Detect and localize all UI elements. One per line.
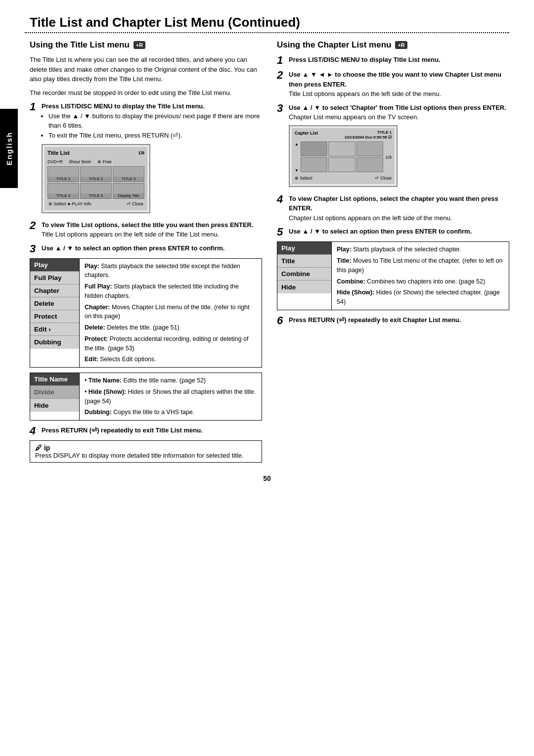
desc-protect: Protect: Protects accidental recording, … — [85, 334, 257, 353]
menu-item-protect[interactable]: Protect — [30, 310, 79, 323]
right-section-header: Using the Chapter List menu +R — [277, 40, 509, 50]
chapter-cell-4 — [301, 157, 327, 172]
menu-item-title-name[interactable]: Title Name — [30, 373, 79, 386]
sidebar-text: English — [5, 132, 13, 165]
right-step-2-text: Use ▲ ▼ ◄ ► to choose the title you want… — [289, 71, 501, 88]
right-step-6-text: Press RETURN (⏎) repeatedly to exit Chap… — [289, 316, 461, 324]
desc-play: Play: Starts playback the selected title… — [85, 262, 257, 281]
screen-page: 1/8 — [138, 150, 144, 157]
right-step-3-sub: Chapter List menu appears on the TV scre… — [289, 113, 419, 121]
menu-item-dubbing[interactable]: Dubbing — [30, 336, 79, 349]
cell-label-2: TITLE 2 — [89, 177, 103, 182]
screen-free: ⊕ Free — [97, 159, 112, 164]
tip-text: Press DISPLAY to display more detailed t… — [35, 452, 257, 459]
right-step-3: 3 Use ▲ / ▼ to select 'Chapter' from Tit… — [277, 103, 509, 190]
chapter-content-area: ▲ ▼ — [295, 142, 392, 174]
right-step-1: 1 Press LIST/DISC MENU to display Title … — [277, 55, 509, 66]
chapter-cell-3 — [356, 142, 384, 156]
menu-labels-bottom: Title Name Divide Hide — [30, 373, 80, 420]
screen-cell-3: TITLE 3 — [113, 166, 144, 182]
step-1-title: Press LIST/DISC MENU to display the Titl… — [42, 102, 205, 110]
right-menu-item-hide[interactable]: Hide — [277, 281, 331, 293]
chapter-footer: ⊕ Select ⏎ Close — [295, 175, 392, 182]
right-step-2-sub: Title List options appears on the left s… — [289, 90, 441, 97]
menu-item-divide[interactable]: Divide — [30, 386, 79, 399]
sidebar-english-label: English — [0, 109, 18, 188]
arrow-down: ▼ — [295, 168, 299, 174]
screen-cell-2: TITLE 2 — [80, 166, 112, 182]
menu-item-edit[interactable]: Edit › — [30, 323, 79, 336]
chapter-title-left: Capter List — [295, 130, 318, 141]
desc-chapter: Chapter: Moves Chapter List menu of the … — [85, 303, 257, 322]
right-step-3-content: Use ▲ / ▼ to select 'Chapter' from Title… — [289, 103, 509, 190]
right-step-2-content: Use ▲ ▼ ◄ ► to choose the title you want… — [289, 70, 509, 99]
menu-item-hide-left[interactable]: Hide — [30, 399, 79, 412]
screen-hour: 0hour 8min — [69, 159, 91, 164]
desc-delete: Delete: Deletes the title. (page 51) — [85, 323, 257, 332]
screen-title-bar: Title List 1/8 — [47, 149, 144, 157]
page-number: 50 — [25, 474, 509, 482]
right-column: Using the Chapter List menu +R 1 Press L… — [277, 40, 509, 467]
right-step-num-6: 6 — [277, 315, 286, 326]
left-step-2: 2 To view Title List options, select the… — [30, 220, 262, 239]
cell-label-5: TITLE 5 — [89, 193, 103, 198]
right-step-6-content: Press RETURN (⏎) repeatedly to exit Chap… — [289, 315, 509, 325]
step-1-bullets: Use the ▲ / ▼ buttons to display the pre… — [48, 111, 262, 141]
step-num-1: 1 — [30, 101, 39, 112]
screen-dvd-label: DVD+R — [47, 159, 63, 164]
right-step-1-text: Press LIST/DISC MENU to display Title Li… — [289, 56, 441, 63]
right-desc-play: Play: Starts playback of the selected ch… — [337, 245, 504, 254]
cell-label-6: Display Title — [118, 193, 139, 198]
chapter-cell-6 — [356, 157, 384, 172]
screen-grid: TITLE 1 TITLE 2 TITLE 3 — [47, 166, 144, 199]
chapter-title-right: TITLE 110/13/2004 Dur:0:50:55 ☑ — [345, 130, 392, 141]
right-step-5: 5 Use ▲ / ▼ to select an option then pre… — [277, 227, 509, 237]
chapter-list-screen: Capter List TITLE 110/13/2004 Dur:0:50:5… — [289, 125, 398, 187]
chapter-footer-right: ⏎ Close — [375, 175, 392, 182]
right-step-5-text: Use ▲ / ▼ to select an option then press… — [289, 228, 472, 235]
menu-item-full-play[interactable]: Full Play — [30, 272, 79, 284]
left-intro-text2: The recorder must be stopped in order to… — [30, 88, 262, 98]
right-menu-item-combine[interactable]: Combine — [277, 268, 331, 281]
right-desc-hide: Hide (Show): Hides (or Shows) the select… — [337, 288, 504, 307]
chapter-screen-inner: Capter List TITLE 110/13/2004 Dur:0:50:5… — [292, 128, 395, 184]
step-1-content: Press LIST/DISC MENU to display the Titl… — [42, 101, 262, 216]
screen-cell-4: TITLE 4 — [47, 183, 79, 199]
right-menu-item-title[interactable]: Title — [277, 255, 331, 268]
menu-item-play[interactable]: Play — [30, 259, 79, 272]
desc-full-play: Full Play: Starts playback the selected … — [85, 282, 257, 301]
left-step-3: 3 Use ▲ / ▼ to select an option then pre… — [30, 243, 262, 254]
chapter-cell-5 — [328, 157, 356, 172]
title-divider — [25, 32, 509, 33]
step-1-bullet-2: To exit the Title List menu, press RETUR… — [48, 131, 262, 141]
step-3-text: Use ▲ / ▼ to select an option then press… — [42, 244, 224, 252]
right-menu-item-play[interactable]: Play — [277, 242, 331, 255]
cell-label-4: TITLE 4 — [56, 193, 70, 198]
menu-desc-bottom: • Title Name: Edits the title name. (pag… — [80, 373, 262, 420]
step-2-content: To view Title List options, select the t… — [42, 220, 262, 239]
right-menu-table: Play Title Combine Hide Play: Starts pla… — [277, 241, 509, 310]
step-num-2: 2 — [30, 220, 39, 231]
step-2-text: To view Title List options, select the t… — [42, 221, 254, 229]
screen-footer-right: ⏎ Close — [127, 201, 143, 208]
step-num-3: 3 — [30, 243, 39, 254]
menu-item-chapter[interactable]: Chapter — [30, 284, 79, 297]
step-4-left-text: Press RETURN (⏎) repeatedly to exit Titl… — [42, 426, 203, 434]
right-desc-title: Title: Moves to Title List menu of the c… — [337, 256, 504, 275]
left-menu-table-bottom: Title Name Divide Hide • Title Name: Edi… — [30, 373, 262, 421]
menu-labels-top: Play Full Play Chapter Delete Protect Ed… — [30, 259, 80, 368]
screen-cell-5: TITLE 5 — [80, 183, 112, 199]
desc-hide-show-left: • Hide (Show): Hides or Shows the all ch… — [85, 387, 257, 406]
chapter-cell-2 — [328, 142, 356, 156]
right-step-num-5: 5 — [277, 227, 286, 237]
cell-label-1: TITLE 1 — [56, 177, 70, 182]
menu-item-delete[interactable]: Delete — [30, 297, 79, 310]
desc-edit: Edit: Selects Edit options. — [85, 355, 257, 364]
screen-cell-1: TITLE 1 — [47, 166, 79, 182]
chapter-grid-container — [301, 142, 383, 174]
right-step-2: 2 Use ▲ ▼ ◄ ► to choose the title you wa… — [277, 70, 509, 99]
right-step-num-2: 2 — [277, 70, 286, 81]
step-4-left-content: Press RETURN (⏎) repeatedly to exit Titl… — [42, 425, 262, 435]
step-2-sub: Title List options appears on the left s… — [42, 231, 219, 238]
right-step-4-text: To view Chapter List options, select the… — [289, 195, 498, 212]
